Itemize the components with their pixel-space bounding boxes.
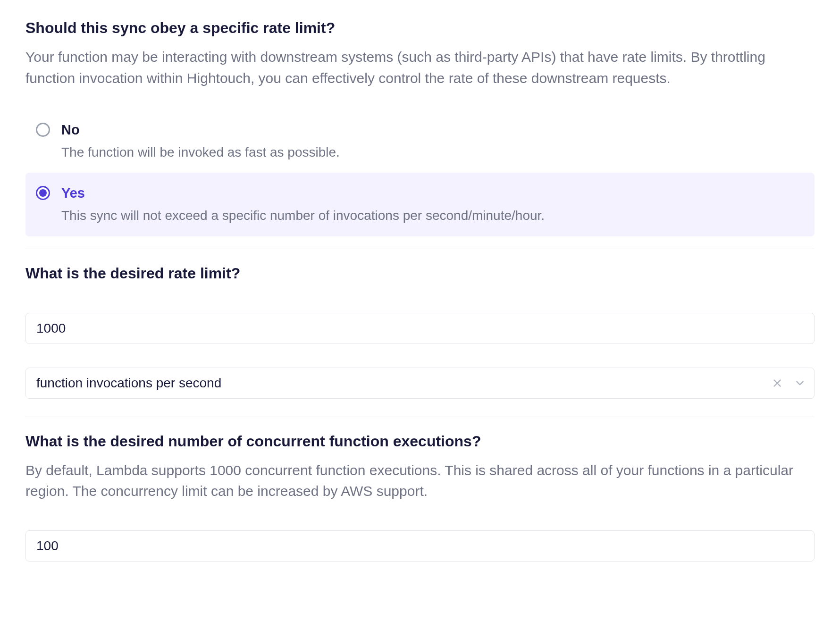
concurrency-value-input[interactable] (25, 530, 815, 562)
divider (25, 417, 815, 417)
rate-limit-option-no[interactable]: No The function will be invoked as fast … (25, 109, 815, 173)
rate-limit-unit-select[interactable]: function invocations per second (25, 368, 815, 399)
divider (25, 249, 815, 249)
rate-limit-question-description: Your function may be interacting with do… (25, 47, 815, 89)
rate-limit-unit-select-display[interactable]: function invocations per second (25, 368, 815, 399)
rate-limit-option-yes-label: Yes (61, 184, 804, 202)
chevron-down-icon[interactable] (792, 375, 808, 391)
rate-limit-value-title: What is the desired rate limit? (25, 263, 815, 284)
rate-limit-option-yes-sub: This sync will not exceed a specific num… (61, 206, 804, 225)
radio-text: Yes This sync will not exceed a specific… (61, 184, 804, 225)
rate-limit-option-yes[interactable]: Yes This sync will not exceed a specific… (25, 173, 815, 236)
rate-limit-question-section: Should this sync obey a specific rate li… (25, 18, 815, 236)
rate-limit-radio-group: No The function will be invoked as fast … (25, 109, 815, 236)
rate-limit-value-input[interactable] (25, 313, 815, 344)
radio-text: No The function will be invoked as fast … (61, 121, 804, 161)
clear-icon[interactable] (769, 375, 785, 391)
radio-icon (36, 186, 50, 200)
rate-limit-option-no-sub: The function will be invoked as fast as … (61, 143, 804, 161)
radio-icon (36, 123, 50, 137)
rate-limit-question-title: Should this sync obey a specific rate li… (25, 18, 815, 38)
rate-limit-value-section: What is the desired rate limit? function… (25, 263, 815, 399)
concurrency-description: By default, Lambda supports 1000 concurr… (25, 460, 815, 502)
rate-limit-option-no-label: No (61, 121, 804, 139)
concurrency-title: What is the desired number of concurrent… (25, 431, 815, 452)
concurrency-section: What is the desired number of concurrent… (25, 431, 815, 562)
select-icons (769, 375, 808, 391)
